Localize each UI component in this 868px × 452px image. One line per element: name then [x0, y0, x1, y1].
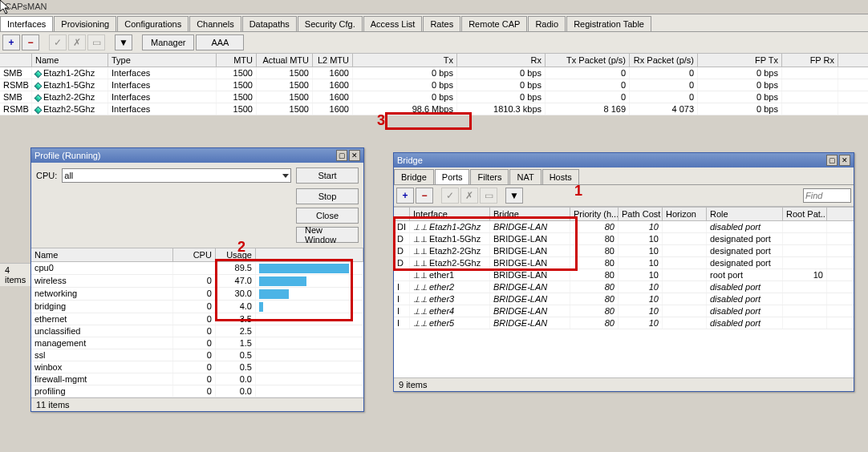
- table-row[interactable]: I⊥⊥ether5BRIDGE-LAN8010disabled port: [394, 317, 854, 329]
- remove-button[interactable]: −: [416, 188, 433, 204]
- chevron-down-icon: [282, 174, 289, 178]
- table-row[interactable]: RSMBEtazh2-5GhzInterfaces15001500160098.…: [0, 103, 868, 115]
- stop-button[interactable]: Stop: [296, 188, 359, 204]
- col-name[interactable]: Name: [31, 248, 173, 261]
- col-header[interactable]: [394, 208, 410, 220]
- cpu-select[interactable]: all: [62, 168, 291, 183]
- aaa-button[interactable]: AAA: [196, 34, 244, 50]
- table-row[interactable]: bridging04.0: [31, 301, 363, 313]
- close-icon[interactable]: ✕: [839, 155, 850, 166]
- tab-ports[interactable]: Ports: [435, 169, 470, 184]
- add-button[interactable]: +: [396, 188, 414, 204]
- comment-button[interactable]: ▭: [480, 188, 497, 204]
- close-icon[interactable]: ✕: [349, 150, 360, 161]
- table-row[interactable]: profiling00.0: [31, 385, 363, 398]
- disable-button[interactable]: ✗: [460, 188, 478, 204]
- col-usage[interactable]: Usage: [216, 248, 256, 261]
- col-header[interactable]: Rx Packet (p/s): [630, 54, 698, 67]
- name-cell: Etazh1-5Ghz: [32, 79, 108, 91]
- profile-status: 11 items: [31, 398, 363, 411]
- close-button[interactable]: Close: [296, 208, 359, 224]
- col-header[interactable]: Tx: [353, 54, 457, 67]
- filter-button[interactable]: ▼: [115, 34, 132, 50]
- tab-radio[interactable]: Radio: [528, 16, 566, 31]
- tab-datapaths[interactable]: Datapaths: [242, 16, 297, 31]
- bridge-titlebar[interactable]: Bridge ▢ ✕: [394, 153, 854, 167]
- enable-button[interactable]: ✓: [49, 34, 67, 50]
- col-header[interactable]: MTU: [217, 54, 257, 67]
- table-row[interactable]: I⊥⊥ether2BRIDGE-LAN8010disabled port: [394, 281, 854, 293]
- col-header[interactable]: FP Tx: [698, 54, 782, 67]
- app-titlebar: CAPsMAN: [0, 0, 868, 14]
- table-row[interactable]: ethernet03.5: [31, 313, 363, 325]
- table-row[interactable]: DI⊥⊥Etazh1-2GhzBRIDGE-LAN8010disabled po…: [394, 221, 854, 233]
- table-row[interactable]: SMBEtazh2-2GhzInterfaces1500150016000 bp…: [0, 91, 868, 103]
- table-row[interactable]: SMBEtazh1-2GhzInterfaces1500150016000 bp…: [0, 67, 868, 79]
- tab-access-list[interactable]: Access List: [363, 16, 423, 31]
- col-header[interactable]: Interface: [410, 208, 490, 220]
- table-row[interactable]: unclassified02.5: [31, 325, 363, 337]
- bridge-title-text: Bridge: [397, 155, 423, 165]
- tab-hosts[interactable]: Hosts: [542, 169, 579, 184]
- tab-filters[interactable]: Filters: [470, 169, 509, 184]
- col-header[interactable]: Type: [108, 54, 217, 67]
- col-header[interactable]: L2 MTU: [313, 54, 353, 67]
- table-row[interactable]: I⊥⊥ether3BRIDGE-LAN8010disabled port: [394, 293, 854, 305]
- port-icon: ⊥⊥: [413, 295, 428, 304]
- filter-button[interactable]: ▼: [505, 188, 523, 204]
- table-row[interactable]: cpu089.5: [31, 262, 363, 275]
- tab-configurations[interactable]: Configurations: [117, 16, 189, 31]
- col-header[interactable]: Horizon: [663, 208, 707, 220]
- col-header[interactable]: Path Cost: [619, 208, 663, 220]
- minimize-icon[interactable]: ▢: [336, 150, 347, 161]
- col-header[interactable]: [0, 54, 32, 67]
- tab-rates[interactable]: Rates: [423, 16, 460, 31]
- tab-remote-cap[interactable]: Remote CAP: [461, 16, 527, 31]
- enable-button[interactable]: ✓: [441, 188, 459, 204]
- col-header[interactable]: Priority (h...: [570, 208, 619, 220]
- remove-button[interactable]: −: [22, 34, 39, 50]
- table-row[interactable]: ssl00.5: [31, 349, 363, 361]
- profile-titlebar[interactable]: Profile (Running) ▢ ✕: [31, 148, 363, 163]
- col-bar[interactable]: [256, 248, 363, 261]
- table-row[interactable]: ⊥⊥ether1BRIDGE-LAN8010root port10: [394, 269, 854, 281]
- find-input[interactable]: [803, 188, 851, 203]
- tab-channels[interactable]: Channels: [189, 16, 241, 31]
- col-header[interactable]: Root Pat...: [783, 208, 827, 220]
- table-row[interactable]: firewall-mgmt00.0: [31, 373, 363, 385]
- col-header[interactable]: Actual MTU: [257, 54, 313, 67]
- new-window-button[interactable]: New Window: [296, 227, 359, 243]
- table-row[interactable]: RSMBEtazh1-5GhzInterfaces1500150016000 b…: [0, 79, 868, 91]
- table-row[interactable]: networking030.0: [31, 288, 363, 301]
- tab-provisioning[interactable]: Provisioning: [54, 16, 116, 31]
- col-header[interactable]: Rx: [457, 54, 546, 67]
- col-header[interactable]: FP Rx: [782, 54, 838, 67]
- table-row[interactable]: wireless047.0: [31, 275, 363, 288]
- col-cpu[interactable]: CPU: [173, 248, 216, 261]
- table-row[interactable]: D⊥⊥Etazh2-2GhzBRIDGE-LAN8010designated p…: [394, 245, 854, 257]
- comment-button[interactable]: ▭: [87, 34, 105, 50]
- table-row[interactable]: D⊥⊥Etazh2-5GhzBRIDGE-LAN8010designated p…: [394, 257, 854, 269]
- tab-interfaces[interactable]: Interfaces: [0, 16, 53, 31]
- type-cell: Interfaces: [108, 103, 217, 115]
- col-header[interactable]: Tx Packet (p/s): [546, 54, 630, 67]
- col-header[interactable]: Role: [707, 208, 783, 220]
- table-row[interactable]: I⊥⊥ether4BRIDGE-LAN8010disabled port: [394, 305, 854, 317]
- minimize-icon[interactable]: ▢: [826, 155, 838, 166]
- disable-button[interactable]: ✗: [68, 34, 86, 50]
- table-row[interactable]: management01.5: [31, 337, 363, 349]
- tab-nat[interactable]: NAT: [509, 169, 541, 184]
- col-header[interactable]: Bridge: [490, 208, 570, 220]
- manager-button[interactable]: Manager: [142, 34, 194, 50]
- add-button[interactable]: +: [2, 34, 20, 50]
- table-row[interactable]: winbox00.5: [31, 361, 363, 373]
- tab-security-cfg-[interactable]: Security Cfg.: [298, 16, 363, 31]
- main-tabs: InterfacesProvisioningConfigurationsChan…: [0, 14, 868, 32]
- col-header[interactable]: Name: [32, 54, 108, 67]
- profile-window: Profile (Running) ▢ ✕ CPU: all Start Sto…: [30, 147, 364, 412]
- tab-registration-table[interactable]: Registration Table: [566, 16, 651, 31]
- table-row[interactable]: D⊥⊥Etazh1-5GhzBRIDGE-LAN8010designated p…: [394, 233, 854, 245]
- start-button[interactable]: Start: [296, 167, 359, 184]
- tab-bridge[interactable]: Bridge: [394, 169, 434, 184]
- bridge-window: Bridge ▢ ✕ BridgePortsFiltersNATHosts + …: [393, 152, 854, 392]
